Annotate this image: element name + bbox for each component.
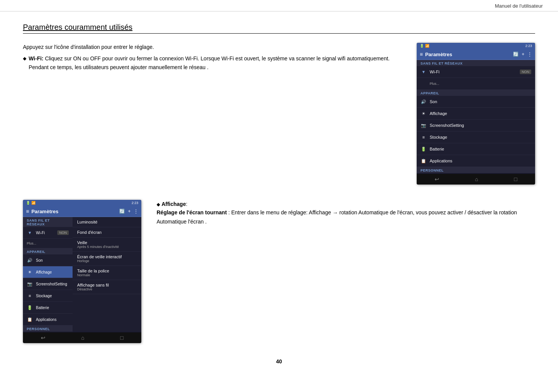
topbar-title-1: Paramètres [425, 52, 511, 57]
statusbar-1: 🔋 📶 2:23 [417, 43, 535, 49]
applications-item-1[interactable]: 📋 Applications [417, 155, 535, 167]
stockage-item-1[interactable]: ≡ Stockage [417, 131, 535, 143]
page-header: Manuel de l'utilisateur [0, 0, 558, 11]
wifi-value-1: NON [520, 70, 531, 74]
bullet-diamond-1: ◆ [23, 55, 26, 71]
nav-back-1[interactable]: ↩ [435, 176, 439, 182]
page-number: 40 [23, 358, 535, 372]
ecran-veille-item[interactable]: Écran de veille interactif Horloge [73, 252, 141, 266]
applications-item-2[interactable]: 📋 Applications [23, 314, 73, 326]
son-item-1[interactable]: 🔊 Son [417, 96, 535, 108]
wifi-plus-2[interactable]: Plus... [23, 239, 73, 248]
refresh-icon-2: 🔄 [119, 209, 125, 214]
statusbar-2: 🔋 📶 2:23 [23, 200, 141, 206]
navbar-2: ↩ ⌂ □ [23, 332, 141, 343]
section-label-personnel-1: PERSONNEL [417, 167, 535, 173]
wifi-plus-icon-1 [421, 81, 427, 87]
second-section: 🔋 📶 2:23 ≡ Paramètres 🔄 + ⋮ [23, 200, 535, 343]
overflow-icon-2: ⋮ [134, 209, 138, 214]
section-label-appareil-2: APPAREIL [23, 248, 73, 254]
plus-icon-2: + [128, 209, 131, 214]
page-content: Paramètres couramment utilisés Appuyez s… [0, 11, 558, 387]
topbar-1: ≡ Paramètres 🔄 + ⋮ [417, 49, 535, 60]
topbar-menu-icon-2: ≡ [26, 208, 29, 214]
stockage-item-2[interactable]: ≡ Stockage [23, 290, 73, 302]
statusbar-icons-1: 🔋 📶 [420, 44, 429, 48]
wifi-plus-1[interactable]: Plus... [417, 78, 535, 90]
affichage-sans-fil-item[interactable]: Affichage sans fil Désactive [73, 280, 141, 294]
wifi-bullet: ◆ Wi-Fi: Cliquez sur ON ou OFF pour ouvr… [23, 54, 401, 71]
veille-sublabel: Après 5 minutes d'inactivité [77, 245, 137, 249]
veille-item[interactable]: Veille Après 5 minutes d'inactivité [73, 238, 141, 252]
screenshot-2-wrapper: 🔋 📶 2:23 ≡ Paramètres 🔄 + ⋮ [23, 200, 141, 343]
wifi-icon-2: ▼ [27, 230, 33, 236]
wifi-bullet-text: Wi-Fi: Cliquez sur ON ou OFF pour ouvrir… [29, 54, 401, 71]
son-item-2[interactable]: 🔊 Son [23, 254, 73, 266]
nav-back-2[interactable]: ↩ [41, 335, 45, 341]
header-title: Manuel de l'utilisateur [495, 3, 543, 9]
affichage-item-2[interactable]: ☀ Affichage [23, 266, 73, 278]
android-screen-1: 🔋 📶 2:23 ≡ Paramètres 🔄 + ⋮ SANS FIL ET … [417, 43, 535, 185]
batterie-item-2[interactable]: 🔋 Batterie [23, 302, 73, 314]
topbar-2: ≡ Paramètres 🔄 + ⋮ [23, 206, 141, 217]
navbar-1: ↩ ⌂ □ [417, 174, 535, 185]
topbar-icons-1: 🔄 + ⋮ [513, 52, 532, 57]
overflow-icon: ⋮ [527, 52, 532, 57]
wifi-label-2: Wi-Fi [36, 231, 54, 235]
screenshot-setting-item-2[interactable]: 📷 ScreenshotSetting [23, 278, 73, 290]
taille-police-sublabel: Normale [77, 273, 137, 277]
nav-home-1[interactable]: ⌂ [475, 176, 478, 182]
wifi-label-1: Wi-Fi [430, 70, 517, 74]
screenshot-1: 🔋 📶 2:23 ≡ Paramètres 🔄 + ⋮ SANS FIL ET … [417, 43, 535, 185]
batterie-item-1[interactable]: 🔋 Batterie [417, 143, 535, 155]
affichage-sans-fil-sublabel: Désactive [77, 287, 137, 291]
page-title: Paramètres couramment utilisés [23, 23, 535, 34]
stockage-icon-2: ≡ [27, 293, 33, 299]
nav-recent-2[interactable]: □ [120, 335, 123, 341]
screenshot-setting-item-1[interactable]: 📷 ScreenshotSetting [417, 120, 535, 131]
luminosite-item[interactable]: Luminosité [73, 217, 141, 227]
taille-police-label: Taille de la police [77, 269, 137, 273]
applications-icon-1: 📋 [421, 158, 427, 164]
affichage-bullet: ◆ Affichage: Réglage de l'écran tournant… [157, 200, 535, 226]
ecran-veille-sublabel: Horloge [77, 259, 137, 263]
son-icon-1: 🔊 [421, 99, 427, 105]
affichage-bullet-text: Affichage: Réglage de l'écran tournant :… [157, 201, 517, 225]
wifi-item-2[interactable]: ▼ Wi-Fi NON [23, 227, 73, 239]
statusbar-time-2: 2:23 [131, 201, 138, 205]
son-icon-2: 🔊 [27, 257, 33, 263]
affichage-item-1[interactable]: ☀ Affichage [417, 108, 535, 120]
affichage-icon-1: ☀ [421, 110, 427, 117]
wifi-text: Cliquez sur ON ou OFF pour ouvrir ou fer… [29, 55, 390, 70]
wifi-sub-1: Plus... [430, 82, 439, 86]
first-section: Appuyez sur l'icône d'installation pour … [23, 43, 535, 185]
taille-police-item[interactable]: Taille de la police Normale [73, 266, 141, 280]
screenshot-icon-2: 📷 [27, 281, 33, 287]
android-screen-2: 🔋 📶 2:23 ≡ Paramètres 🔄 + ⋮ [23, 200, 141, 343]
topbar-menu-icon: ≡ [420, 51, 423, 57]
statusbar-time-1: 2:23 [525, 44, 532, 48]
affichage-icon-2: ☀ [27, 269, 33, 275]
nav-recent-1[interactable]: □ [514, 176, 517, 182]
topbar-title-2: Paramètres [31, 209, 117, 214]
affichage-sans-fil-label: Affichage sans fil [77, 283, 137, 287]
batterie-icon-2: 🔋 [27, 305, 33, 311]
section-label-appareil-1: APPAREIL [417, 90, 535, 96]
nav-home-2[interactable]: ⌂ [81, 335, 84, 341]
second-text-col: ◆ Affichage: Réglage de l'écran tournant… [157, 200, 535, 343]
wifi-bold-label: Wi-Fi: [29, 55, 44, 62]
section-label-wireless-2: SANS FIL ET RÉSEAUX [23, 217, 73, 227]
affichage-bold-label: Affichage [162, 201, 186, 207]
arrow-icon: → [333, 210, 338, 215]
topbar-icons-2: 🔄 + ⋮ [119, 209, 138, 214]
wifi-item-1[interactable]: ▼ Wi-Fi NON [417, 66, 535, 78]
intro-text: Appuyez sur l'icône d'installation pour … [23, 43, 401, 51]
section-label-wireless-1: SANS FIL ET RÉSEAUX [417, 60, 535, 66]
veille-label: Veille [77, 240, 137, 245]
reglage-ecran-tournant-label: Réglage de l'écran tournant [157, 209, 227, 215]
right-panel-2: Luminosité Fond d'écran Veille Après 5 m… [73, 217, 141, 332]
statusbar-icons-2: 🔋 📶 [26, 201, 36, 205]
fond-ecran-item[interactable]: Fond d'écran [73, 227, 141, 238]
screenshot-icon-1: 📷 [421, 122, 427, 128]
wifi-sub-2: Plus... [27, 241, 36, 245]
